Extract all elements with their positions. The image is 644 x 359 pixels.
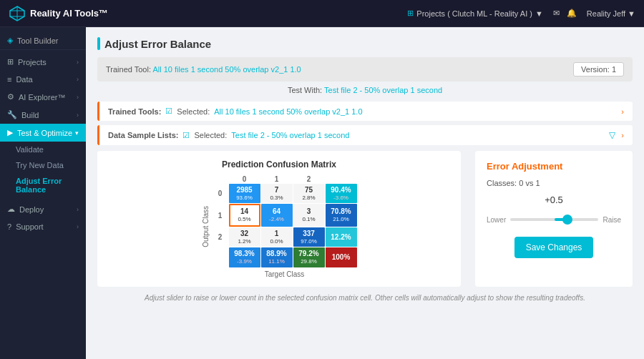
- data-chevron: ›: [77, 76, 79, 83]
- checkbox-icon: ☑: [165, 107, 172, 116]
- col-header-2: 2: [293, 175, 325, 183]
- cell-1-0[interactable]: 140.5%: [229, 204, 260, 226]
- build-chevron: ›: [77, 112, 79, 119]
- sidebar-item-test-optimize[interactable]: ▶ Test & Optimize ▾: [0, 124, 86, 142]
- cell-0-2[interactable]: 752.8%: [293, 184, 325, 203]
- data-sample-label: Data Sample Lists:: [108, 131, 178, 139]
- slider-row: Lower Raise: [487, 212, 621, 227]
- ai-explorer-chevron: ›: [77, 94, 79, 101]
- trained-tool-info: Trained Tool: All 10 files 1 second 50% …: [106, 65, 301, 74]
- sidebar-item-data[interactable]: ≡ Data ›: [0, 71, 86, 88]
- sidebar-subitem-try-new-data[interactable]: Try New Data: [0, 157, 86, 173]
- project-selector[interactable]: ⊞ Projects ( Clutch ML - Reality AI ) ▼: [407, 9, 542, 18]
- tool-builder-label: Tool Builder: [17, 36, 58, 45]
- projects-label: Projects: [18, 58, 47, 67]
- sidebar-subitem-validate[interactable]: Validate: [0, 142, 86, 157]
- confusion-matrix-section: Prediction Confusion Matrix Output Class…: [97, 151, 461, 287]
- header-icons: ✉ 🔔: [553, 9, 577, 18]
- cell-0-1[interactable]: 70.3%: [261, 184, 293, 203]
- try-new-data-label: Try New Data: [16, 161, 64, 169]
- support-label: Support: [16, 222, 44, 231]
- row-label-1: 1: [213, 204, 228, 226]
- sidebar-item-ai-explorer[interactable]: ⚙ AI Explorer™ ›: [0, 88, 86, 106]
- app-body: ◈ Tool Builder ⊞ Projects › ≡ Data › ⚙ A…: [0, 27, 644, 359]
- lower-section: Prediction Confusion Matrix Output Class…: [97, 151, 633, 287]
- adjust-error-label: Adjust Error Balance: [16, 177, 62, 194]
- test-with-line: Test With: Test file 2 - 50% overlap 1 s…: [97, 86, 633, 94]
- slider-track: [510, 218, 598, 221]
- sidebar-subitem-adjust-error[interactable]: Adjust Error Balance: [0, 173, 86, 197]
- cell-1-2[interactable]: 30.1%: [293, 204, 325, 226]
- cell-2-1[interactable]: 10.0%: [261, 227, 293, 247]
- support-icon: ?: [7, 222, 11, 231]
- data-icon: ≡: [7, 75, 11, 84]
- col-header-total: [326, 175, 357, 183]
- cell-1-1[interactable]: 64-2.4%: [261, 204, 293, 226]
- project-label: Projects ( Clutch ML - Reality AI ): [416, 9, 532, 18]
- test-optimize-icon: ▶: [7, 128, 13, 137]
- projects-chevron: ›: [77, 59, 79, 66]
- sidebar-item-support[interactable]: ? Support ›: [0, 218, 86, 235]
- cell-total-0: 98.3%-3.9%: [229, 247, 260, 267]
- user-menu[interactable]: Reality Jeff ▼: [587, 9, 635, 18]
- trained-tool-banner: Trained Tool: All 10 files 1 second 50% …: [97, 57, 633, 82]
- col-header-0: 0: [229, 175, 260, 183]
- build-icon: 🔧: [7, 110, 17, 119]
- cell-2-2[interactable]: 33797.0%: [293, 227, 325, 247]
- version-button[interactable]: Version: 1: [573, 62, 624, 77]
- trained-tool-value[interactable]: All 10 files 1 second 50% overlap v2_1 1…: [152, 65, 301, 74]
- cell-total-1: 88.9%11.1%: [261, 247, 293, 267]
- row-chevron-right[interactable]: ›: [621, 107, 624, 116]
- cell-1-total: 70.8%21.0%: [326, 204, 357, 226]
- matrix-container: 0 1 2 0 298593.6% 70.3%: [213, 175, 357, 278]
- filter-icon[interactable]: ▽: [609, 130, 615, 140]
- build-label: Build: [21, 111, 39, 119]
- test-with-value[interactable]: Test file 2 - 50% overlap 1 second: [324, 86, 442, 94]
- save-changes-button[interactable]: Save Changes: [514, 237, 594, 258]
- validate-label: Validate: [16, 145, 44, 154]
- support-chevron: ›: [77, 223, 79, 230]
- sidebar: ◈ Tool Builder ⊞ Projects › ≡ Data › ⚙ A…: [0, 27, 86, 359]
- classes-label: Classes: 0 vs 1: [487, 179, 621, 187]
- deploy-icon: ☁: [7, 205, 15, 214]
- cell-2-total: 12.2%: [326, 227, 357, 247]
- user-chevron: ▼: [628, 9, 635, 18]
- error-adjustment-panel: Error Adjustment Classes: 0 vs 1 +0.5 Lo…: [475, 151, 633, 287]
- data-label: Data: [16, 75, 32, 84]
- trained-tool-label: Trained Tool: All 10 files 1 second 50% …: [106, 65, 301, 74]
- matrix-title: Prediction Confusion Matrix: [106, 159, 452, 169]
- row-label-2: 2: [213, 227, 228, 247]
- matrix-wrapper: Output Class 0 1 2 0: [106, 175, 452, 278]
- slider-thumb[interactable]: [562, 215, 572, 225]
- cell-0-0[interactable]: 298593.6%: [229, 184, 260, 203]
- main-content: Adjust Error Balance Trained Tool: All 1…: [86, 27, 644, 359]
- test-with-label: Test With:: [288, 86, 322, 94]
- selected-label: Selected:: [177, 107, 210, 116]
- logo-icon: [9, 5, 26, 22]
- logo-text: Reality AI Tools™: [30, 8, 108, 19]
- data-selected-label: Selected:: [194, 131, 227, 139]
- cell-total-total: 100%: [326, 247, 357, 267]
- deploy-label: Deploy: [19, 205, 44, 214]
- page-title-text: Adjust Error Balance: [104, 38, 211, 50]
- mail-icon[interactable]: ✉: [553, 9, 560, 18]
- col-header-1: 1: [261, 175, 293, 183]
- header: Reality AI Tools™ ⊞ Projects ( Clutch ML…: [0, 0, 644, 27]
- sidebar-item-deploy[interactable]: ☁ Deploy ›: [0, 200, 86, 218]
- lower-label: Lower: [487, 216, 506, 224]
- page-title: Adjust Error Balance: [97, 37, 633, 50]
- deploy-chevron: ›: [77, 206, 79, 213]
- sidebar-item-projects[interactable]: ⊞ Projects ›: [0, 53, 86, 71]
- slider-container[interactable]: [510, 212, 598, 227]
- tool-builder-icon: ◈: [7, 36, 13, 45]
- cell-total-2: 79.2%29.8%: [293, 247, 325, 267]
- sidebar-item-build[interactable]: 🔧 Build ›: [0, 106, 86, 124]
- row-label-0: 0: [213, 184, 228, 203]
- bell-icon[interactable]: 🔔: [567, 9, 577, 18]
- title-bar-accent: [97, 37, 100, 50]
- cell-2-0[interactable]: 321.2%: [229, 227, 260, 247]
- test-optimize-chevron: ▾: [75, 129, 79, 137]
- slider-value: +0.5: [487, 195, 621, 205]
- data-row-chevron[interactable]: ›: [621, 131, 624, 139]
- test-optimize-label: Test & Optimize: [17, 129, 72, 137]
